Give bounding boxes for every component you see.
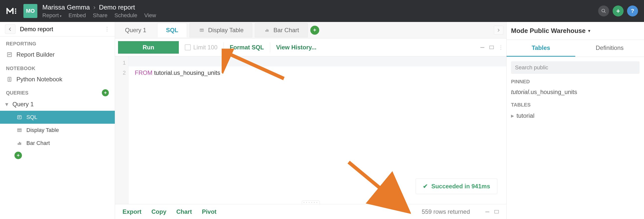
sidebar-item-python-notebook[interactable]: Python Notebook [0, 73, 115, 86]
tab-sql[interactable]: SQL [157, 23, 187, 37]
line-gutter: 1 2 [115, 56, 128, 204]
rows-returned-label: 559 rows returned [422, 208, 470, 215]
maximize-icon[interactable] [489, 46, 494, 49]
status-text: Succeeded in 941ms [431, 183, 490, 190]
schema-row-tutorial[interactable]: ▸ tutorial [511, 110, 640, 121]
sidebar-item-label: Report Builder [16, 51, 54, 58]
table-icon [16, 127, 23, 134]
svg-rect-19 [20, 143, 21, 145]
minimize-icon[interactable] [480, 46, 485, 49]
sidebar-item-query1[interactable]: ▾ Query 1 [0, 98, 115, 111]
sidebar-collapse-button[interactable] [5, 25, 16, 34]
svg-point-3 [602, 9, 605, 12]
notebook-icon [6, 76, 13, 83]
resize-handle[interactable]: • • • • • • [302, 200, 320, 204]
sidebar-header: Demo report ⋮ [0, 22, 115, 37]
tab-bar-chart[interactable]: Bar Chart [255, 23, 308, 37]
bar-chart-icon [264, 27, 270, 34]
limit-label: Limit 100 [193, 44, 218, 51]
sidebar-item-display-table[interactable]: Display Table [0, 124, 115, 137]
table-icon [198, 27, 205, 34]
warehouse-selector[interactable]: Mode Public Warehouse ▾ [506, 22, 644, 40]
sidebar-item-bar-chart[interactable]: Bar Chart [0, 137, 115, 150]
format-sql-button[interactable]: Format SQL [230, 44, 264, 51]
divider [224, 42, 224, 52]
minimize-icon[interactable] [485, 210, 490, 213]
export-button[interactable]: Export [122, 208, 142, 215]
svg-rect-18 [19, 142, 20, 145]
menu-embed[interactable]: Embed [68, 12, 86, 19]
chart-icon [6, 51, 13, 58]
view-history-button[interactable]: View History... [276, 44, 316, 51]
svg-rect-17 [18, 143, 18, 145]
caret-down-icon: ▾ [588, 29, 590, 33]
limit-100-checkbox[interactable]: Limit 100 [185, 44, 218, 51]
add-view-button[interactable]: + [14, 152, 22, 159]
sidebar-item-label: Python Notebook [16, 76, 62, 83]
svg-rect-24 [266, 30, 266, 32]
sidebar-item-label: Query 1 [12, 101, 34, 108]
report-menu: Report▾ Embed Share Schedule View [42, 12, 156, 19]
tab-label: Bar Chart [274, 27, 299, 34]
new-report-button[interactable]: + [612, 6, 624, 17]
sidebar-item-label: Display Table [26, 127, 59, 133]
svg-rect-1 [15, 11, 16, 12]
global-search-button[interactable] [598, 6, 609, 17]
caret-right-icon: ▸ [511, 112, 514, 119]
warehouse-name: Mode Public Warehouse [511, 27, 586, 35]
bar-chart-icon [16, 140, 23, 147]
topbar: MO Marissa Gemma › Demo report Report▾ E… [0, 0, 644, 22]
sidebar-more-icon[interactable]: ⋮ [104, 26, 110, 33]
search-placeholder: Search public [515, 64, 548, 71]
tab-tables[interactable]: Tables [506, 40, 575, 57]
left-sidebar: Demo report ⋮ REPORTING Report Builder N… [0, 22, 115, 219]
help-button[interactable]: ? [627, 6, 638, 17]
more-icon[interactable]: ⋮ [498, 44, 503, 50]
add-query-button[interactable]: + [102, 89, 109, 96]
app-logo[interactable] [6, 5, 19, 18]
tab-query-1[interactable]: Query 1 [116, 23, 155, 37]
menu-view[interactable]: View [144, 12, 156, 19]
maximize-icon[interactable] [494, 210, 499, 213]
chart-button[interactable]: Chart [176, 208, 192, 215]
schema-name: tutorial [516, 112, 534, 119]
tab-definitions[interactable]: Definitions [575, 40, 644, 57]
user-avatar-badge[interactable]: MO [24, 4, 37, 18]
svg-rect-29 [485, 211, 489, 212]
menu-share[interactable]: Share [93, 12, 108, 19]
query-status-banner: ✔ Succeeded in 941ms [416, 179, 497, 194]
pivot-button[interactable]: Pivot [202, 208, 217, 215]
sql-icon [16, 114, 23, 121]
copy-button[interactable]: Copy [152, 208, 166, 215]
svg-rect-27 [480, 47, 484, 48]
sidebar-item-label: Bar Chart [26, 140, 50, 146]
section-reporting: REPORTING [0, 37, 115, 48]
center-pane: Query 1 SQL Display Table Bar Chart + Ru… [115, 22, 506, 219]
svg-rect-28 [490, 46, 494, 49]
section-notebook: NOTEBOOK [0, 61, 115, 73]
editor-tabs: Query 1 SQL Display Table Bar Chart + [115, 22, 506, 38]
pinned-table[interactable]: tutorial.us_housing_units [511, 87, 640, 97]
svg-line-4 [604, 12, 606, 13]
svg-rect-30 [494, 210, 498, 213]
tab-label: Display Table [208, 27, 244, 34]
tables-section-label: TABLES [511, 102, 640, 108]
results-toolbar: Export Copy Chart Pivot 559 rows returne… [115, 204, 506, 219]
chevron-right-icon: › [94, 4, 96, 11]
schema-search-input[interactable]: Search public [511, 61, 640, 74]
svg-rect-26 [268, 30, 268, 32]
tabs-scroll-right-button[interactable] [494, 26, 503, 35]
breadcrumb-report[interactable]: Demo report [99, 4, 135, 11]
svg-rect-13 [18, 129, 22, 132]
sidebar-item-report-builder[interactable]: Report Builder [0, 48, 115, 61]
caret-down-icon: ▾ [4, 101, 9, 108]
menu-schedule[interactable]: Schedule [114, 12, 137, 19]
add-tab-button[interactable]: + [310, 26, 319, 35]
run-button[interactable]: Run [118, 41, 179, 54]
sidebar-item-sql[interactable]: SQL [0, 111, 115, 124]
sql-editor[interactable]: 1 2 SELECT * FROM tutorial.us_housing_un… [115, 56, 506, 204]
tab-display-table[interactable]: Display Table [190, 23, 252, 37]
breadcrumb-user[interactable]: Marissa Gemma [42, 4, 90, 11]
sidebar-item-label: SQL [26, 114, 37, 120]
menu-report[interactable]: Report▾ [42, 12, 62, 19]
